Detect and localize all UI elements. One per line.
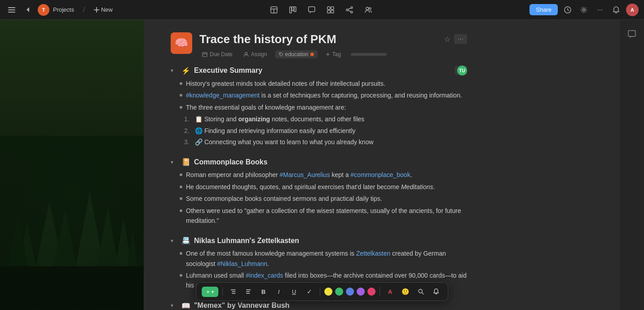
members-icon[interactable] [362,3,375,17]
font-color-button[interactable]: A [384,285,397,298]
assign-meta[interactable]: Assign [241,50,270,59]
executive-summary-title: Executive Summary [194,66,262,75]
color-purple[interactable] [357,288,365,296]
underline-button[interactable]: U [288,285,300,298]
content-inner: 🧠 Trace the history of PKM Due Date Assi… [144,20,494,310]
clock-icon[interactable] [561,4,574,16]
color-green[interactable] [335,288,343,296]
due-date-meta[interactable]: Due Date [199,50,235,59]
section-icon-niklas: 📇 [181,236,190,245]
content-area: 🧠 Trace the history of PKM Due Date Assi… [144,20,619,310]
color-blue[interactable] [346,288,354,296]
knowledge-management-link[interactable]: #knowledge_management [186,92,260,99]
doc-meta: Due Date Assign education [199,50,437,59]
share-icon[interactable] [343,3,356,17]
section-avatar-1: TU [457,66,467,75]
memex-vannevar-title: "Memex" by Vannevar Bush [194,301,290,310]
chat-icon[interactable] [305,3,318,17]
svg-rect-9 [309,7,315,12]
new-button[interactable]: New [94,6,113,13]
bullet-item: The three essential goals of knowledge m… [180,102,467,112]
color-yellow[interactable] [324,288,332,296]
svg-rect-8 [294,7,296,12]
zettelkasten-link[interactable]: Zettelkasten [356,250,390,257]
bell-icon[interactable] [610,4,622,16]
tag-badge[interactable]: education [275,50,318,58]
bullet-text: Some commonplace books contained sermons… [186,194,382,204]
section-memex-vannevar: ▾ 📖 "Memex" by Vannevar Bush The origins… [171,301,467,310]
italic-button[interactable]: I [273,285,285,298]
sidebar-toggle-icon[interactable] [5,4,18,16]
assign-label: Assign [251,51,267,58]
section-toggle-niklas[interactable]: ▾ [171,238,178,244]
svg-point-16 [351,11,353,13]
tag-progress-bar [351,53,387,56]
svg-point-38 [280,53,281,54]
svg-rect-32 [0,266,144,310]
more-icon[interactable]: ··· [594,4,606,16]
toolbar-divider [222,287,223,296]
more-options-button[interactable]: ··· [454,34,467,44]
section-commonplace-books: ▾ 📔 Commonplace Books Roman emperor and … [171,158,467,226]
bullet-dot [180,82,182,85]
doc-header: 🧠 Trace the history of PKM Due Date Assi… [171,29,467,59]
nav-left: T Projects / New [5,4,113,16]
commonplace-book-link[interactable]: #commonplace_book [351,171,410,178]
doc-actions: ☆ ··· [444,34,467,44]
bullet-dot [180,173,182,176]
bold-button[interactable]: B [257,285,270,298]
projects-link[interactable]: Projects [53,6,74,13]
add-block-button[interactable]: + ▾ [202,287,218,297]
toolbar-divider-2 [320,287,320,296]
emoji-button[interactable]: 🙂 [399,285,412,298]
section-toggle-commonplace[interactable]: ▾ [171,159,178,165]
index-cards-link[interactable]: #index_cards [246,272,283,279]
bullet-item: He documented thoughts, quotes, and spir… [180,182,467,192]
commonplace-books-header: ▾ 📔 Commonplace Books [171,158,467,166]
back-icon[interactable] [22,4,34,16]
sidebar [0,20,144,310]
nav-right: Share ··· A [529,4,639,16]
add-tag-meta[interactable]: Tag [323,50,344,59]
bullet-dot [180,106,182,109]
svg-point-22 [583,9,585,11]
svg-rect-1 [8,9,15,10]
executive-summary-bullets: History's greatest minds took detailed n… [171,79,467,112]
comment-panel-icon[interactable] [625,27,639,41]
bullet-dot [180,186,182,188]
list-indent-icon[interactable] [227,285,239,298]
nav-tools [113,3,529,17]
svg-rect-7 [292,7,294,11]
bullet-item: Roman emperor and philosopher #Marcus_Au… [180,170,467,180]
marcus-aurelius-link[interactable]: #Marcus_Aurelius [280,171,330,178]
settings-icon[interactable] [578,4,590,16]
section-toggle-executive[interactable]: ▾ [171,67,178,74]
bullet-item: #knowledge_management is a set of techni… [180,90,467,100]
bullet-dot [180,197,182,200]
bold-text: organizing [238,115,270,123]
ordered-text: 🌐 Finding and retrieving information eas… [195,126,356,136]
user-avatar[interactable]: A [626,4,639,16]
grid-icon[interactable] [324,3,337,17]
svg-rect-10 [327,7,330,9]
kanban-icon[interactable] [286,3,300,17]
add-icon: + [206,288,210,295]
bullet-text: #knowledge_management is a set of techni… [186,90,462,100]
svg-point-46 [419,289,422,293]
section-icon-memex: 📖 [181,301,190,310]
color-red[interactable] [367,288,375,296]
notification-button[interactable] [430,285,442,298]
table-icon[interactable] [267,3,281,17]
section-toggle-memex[interactable]: ▾ [171,302,178,309]
svg-point-19 [366,7,369,10]
niklas-luhmann-link[interactable]: #Niklas_Luhmann [217,260,267,267]
share-button[interactable]: Share [529,4,558,15]
memex-vannevar-header: ▾ 📖 "Memex" by Vannevar Bush [171,301,467,310]
bullet-dot [180,252,182,255]
check-button[interactable]: ✓ [303,285,316,298]
navbar: T Projects / New [0,0,644,20]
list-outdent-icon[interactable] [242,285,255,298]
section-icon-executive: ⚡ [181,66,190,75]
star-button[interactable]: ☆ [444,35,450,44]
search-text-icon[interactable] [415,285,427,298]
